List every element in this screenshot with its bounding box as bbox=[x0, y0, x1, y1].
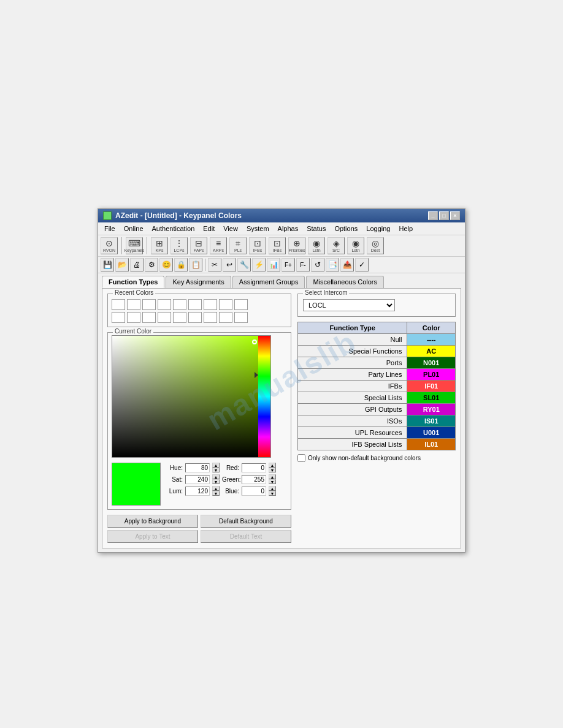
tb2-chart[interactable]: 📊 bbox=[267, 258, 280, 271]
red-input[interactable] bbox=[242, 463, 266, 472]
apply-text-button[interactable]: Apply to Text bbox=[107, 530, 198, 543]
lum-down[interactable]: ▼ bbox=[212, 491, 220, 496]
hue-bar-container[interactable] bbox=[258, 336, 270, 457]
intercom-select[interactable]: LOCL REMT OTHR bbox=[303, 299, 395, 311]
table-row[interactable]: GPI Outputs RY01 bbox=[298, 404, 456, 415]
table-row[interactable]: IFBs IF01 bbox=[298, 381, 456, 392]
swatch-2-4[interactable] bbox=[158, 312, 171, 323]
ft-color-party-lines[interactable]: PL01 bbox=[407, 369, 456, 381]
menu-edit[interactable]: Edit bbox=[199, 224, 218, 233]
swatch-2-2[interactable] bbox=[127, 312, 140, 323]
hue-bar[interactable] bbox=[258, 336, 270, 457]
tb2-open[interactable]: 📂 bbox=[115, 258, 129, 271]
green-down[interactable]: ▼ bbox=[269, 479, 276, 484]
table-row[interactable]: Special Lists SL01 bbox=[298, 392, 456, 404]
blue-up[interactable]: ▲ bbox=[269, 486, 276, 491]
tb2-lock[interactable]: 🔒 bbox=[174, 258, 188, 271]
toolbar-lcps[interactable]: ⋮ LCPs bbox=[170, 237, 188, 254]
ft-color-special-lists[interactable]: SL01 bbox=[407, 392, 456, 404]
sat-input[interactable] bbox=[185, 475, 210, 484]
tb2-check[interactable]: ✓ bbox=[355, 258, 369, 271]
ft-color-special-functions[interactable]: AC bbox=[407, 346, 456, 357]
toolbar-lstn2[interactable]: ◉ Lstn bbox=[347, 237, 364, 254]
hue-down[interactable]: ▼ bbox=[212, 468, 220, 472]
hue-input[interactable] bbox=[185, 463, 210, 472]
menu-file[interactable]: File bbox=[101, 224, 119, 233]
tb2-emoji[interactable]: 😊 bbox=[159, 258, 173, 271]
toolbar-ifbs[interactable]: ⊡ IFBs bbox=[249, 237, 266, 254]
tb2-fm[interactable]: F- bbox=[296, 258, 310, 271]
menu-online[interactable]: Online bbox=[120, 224, 147, 233]
tab-function-types[interactable]: Function Types bbox=[102, 276, 164, 288]
tb2-flash[interactable]: ⚡ bbox=[252, 258, 266, 271]
swatch-1-3[interactable] bbox=[142, 299, 156, 310]
lum-input[interactable] bbox=[185, 487, 210, 496]
table-row[interactable]: Null ---- bbox=[298, 334, 456, 346]
swatch-1-4[interactable] bbox=[158, 299, 171, 310]
apply-bg-button[interactable]: Apply to Background bbox=[107, 515, 198, 528]
tb2-print[interactable]: 🖨 bbox=[130, 258, 144, 271]
default-bg-button[interactable]: Default Background bbox=[201, 515, 291, 528]
ft-color-isos[interactable]: IS01 bbox=[407, 415, 456, 427]
hue-up[interactable]: ▲ bbox=[212, 463, 220, 468]
tb2-doc[interactable]: 📑 bbox=[326, 258, 339, 271]
swatch-2-3[interactable] bbox=[142, 312, 156, 323]
red-up[interactable]: ▲ bbox=[269, 463, 276, 468]
toolbar-ifbs2[interactable]: ⊡ IFBs bbox=[269, 237, 286, 254]
non-default-checkbox[interactable] bbox=[297, 454, 305, 462]
ft-color-ifbs[interactable]: IF01 bbox=[407, 381, 456, 392]
swatch-1-5[interactable] bbox=[173, 299, 186, 310]
swatch-2-6[interactable] bbox=[188, 312, 202, 323]
swatch-2-1[interactable] bbox=[112, 312, 125, 323]
tb2-refresh[interactable]: ↺ bbox=[311, 258, 324, 271]
tb2-undo[interactable]: ↩ bbox=[223, 258, 236, 271]
tb2-fp[interactable]: F+ bbox=[282, 258, 295, 271]
toolbar-pls[interactable]: ⌗ PLs bbox=[229, 237, 247, 254]
green-up[interactable]: ▲ bbox=[269, 474, 276, 479]
menu-view[interactable]: View bbox=[220, 224, 242, 233]
toolbar-rvon[interactable]: ⊙ RVON bbox=[101, 237, 118, 254]
table-row[interactable]: IFB Special Lists IL01 bbox=[298, 439, 456, 450]
swatch-2-9[interactable] bbox=[234, 312, 248, 323]
color-picker-gradient[interactable] bbox=[112, 335, 271, 458]
table-row[interactable]: UPL Resources U001 bbox=[298, 427, 456, 439]
menu-authentication[interactable]: Authentication bbox=[148, 224, 199, 233]
toolbar-arps[interactable]: ≡ ARPs bbox=[210, 237, 227, 254]
blue-down[interactable]: ▼ bbox=[269, 491, 276, 496]
toolbar-src[interactable]: ◈ SrC bbox=[327, 237, 345, 254]
tab-key-assignments[interactable]: Key Assignments bbox=[166, 276, 231, 288]
minimize-button[interactable]: _ bbox=[428, 211, 438, 220]
table-row[interactable]: Ports N001 bbox=[298, 357, 456, 369]
toolbar-lstn[interactable]: ◉ Lstn bbox=[308, 237, 325, 254]
swatch-2-5[interactable] bbox=[173, 312, 186, 323]
toolbar-paps[interactable]: ⊟ PAPs bbox=[190, 237, 207, 254]
swatch-2-7[interactable] bbox=[204, 312, 217, 323]
tb2-settings[interactable]: ⚙ bbox=[145, 258, 158, 271]
swatch-1-2[interactable] bbox=[127, 299, 140, 310]
toolbar-keypanels[interactable]: ⌨ Keypanels bbox=[126, 237, 143, 254]
ft-color-ifb-special-lists[interactable]: IL01 bbox=[407, 439, 456, 450]
table-row[interactable]: ISOs IS01 bbox=[298, 415, 456, 427]
tb2-tool[interactable]: 🔧 bbox=[237, 258, 251, 271]
tb2-export[interactable]: 📤 bbox=[340, 258, 354, 271]
menu-system[interactable]: System bbox=[243, 224, 273, 233]
menu-help[interactable]: Help bbox=[395, 224, 416, 233]
maximize-button[interactable]: □ bbox=[439, 211, 449, 220]
menu-options[interactable]: Options bbox=[331, 224, 361, 233]
close-button[interactable]: × bbox=[450, 211, 460, 220]
swatch-1-8[interactable] bbox=[219, 299, 232, 310]
swatch-2-8[interactable] bbox=[219, 312, 232, 323]
red-down[interactable]: ▼ bbox=[269, 468, 276, 472]
tab-assignment-groups[interactable]: Assignment Groups bbox=[232, 276, 305, 288]
ft-color-ports[interactable]: N001 bbox=[407, 357, 456, 369]
table-row[interactable]: Party Lines PL01 bbox=[298, 369, 456, 381]
tb2-save[interactable]: 💾 bbox=[101, 258, 114, 271]
menu-logging[interactable]: Logging bbox=[362, 224, 394, 233]
swatch-1-7[interactable] bbox=[204, 299, 217, 310]
swatch-1-9[interactable] bbox=[234, 299, 248, 310]
sat-up[interactable]: ▲ bbox=[212, 474, 220, 479]
toolbar-priorities[interactable]: ⊕ Priorities bbox=[288, 237, 305, 254]
ft-color-gpi-outputs[interactable]: RY01 bbox=[407, 404, 456, 415]
blue-input[interactable] bbox=[242, 487, 266, 496]
swatch-1-1[interactable] bbox=[112, 299, 125, 310]
